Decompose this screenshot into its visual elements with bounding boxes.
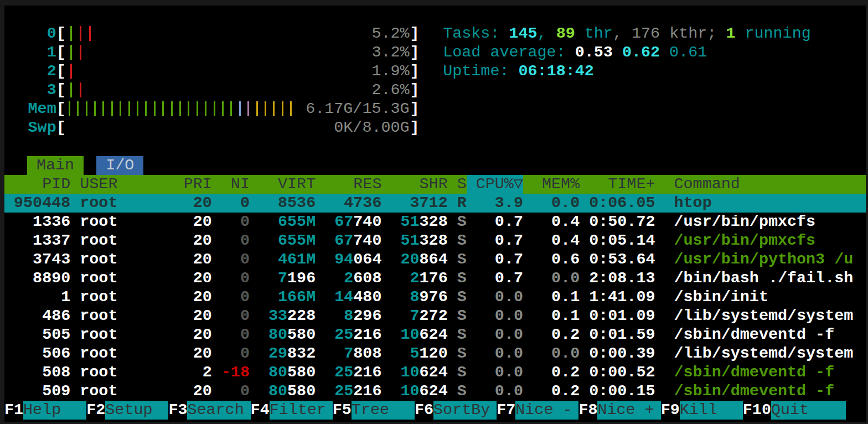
value-part: 0.7 <box>495 250 523 268</box>
meter-tick <box>70 64 72 79</box>
cell-time: 0:53.64 <box>580 250 655 269</box>
process-row-pid-8890[interactable]: 8890root200719626082176S0.70.02:08.13/bi… <box>4 269 866 288</box>
cell-cpu-percent: 0.7 <box>467 250 523 269</box>
value-part: 740 <box>353 231 381 250</box>
memory-meter: Mem[6.17G/15.3G] <box>4 100 420 118</box>
tab-io[interactable]: I/O <box>96 156 143 175</box>
cell-time: 0:00.39 <box>580 344 655 363</box>
fnkey-f6[interactable]: F6SortBy <box>415 401 497 420</box>
cell-cpu-percent: 0.0 <box>467 288 523 307</box>
value-part: 51 <box>400 231 419 250</box>
value-part: 328 <box>420 213 448 231</box>
cell-nice: 0 <box>212 307 250 325</box>
value-part: 0.2 <box>551 363 580 381</box>
cell-virt: 461M <box>250 250 316 269</box>
meter-tick <box>162 101 164 116</box>
cell-nice: 0 <box>212 269 250 288</box>
column-header-mem[interactable]: MEM% <box>523 175 580 194</box>
cell-res: 8296 <box>316 307 381 325</box>
value-part: 51 <box>400 213 419 231</box>
cell-state: S <box>448 250 467 269</box>
meter-tick <box>111 101 113 116</box>
process-row-pid-3743[interactable]: 3743root200461M9406420864S0.70.60:53.64/… <box>4 250 866 269</box>
cell-command: /sbin/init <box>655 288 866 307</box>
fnkey-f1[interactable]: F1Help <box>4 401 86 420</box>
load-average-segment: Load average: <box>443 43 575 61</box>
process-row-pid-1[interactable]: 1root200166M144808976S0.00.11:41.09/sbin… <box>4 288 866 307</box>
uptime: Uptime: 06:18:42 <box>443 62 811 81</box>
value-part: 0.1 <box>551 307 580 325</box>
fnkey-f9[interactable]: F9Kill <box>661 401 743 420</box>
fnkey-action: Search <box>187 401 250 420</box>
meter-tick <box>137 101 138 116</box>
column-header-cpu[interactable]: CPU%▽ <box>467 175 523 194</box>
cell-user: root <box>70 269 174 288</box>
column-header-pri[interactable]: PRI <box>174 175 212 194</box>
column-header-ni[interactable]: NI <box>212 175 250 194</box>
fnkey-f8[interactable]: F8Nice + <box>578 401 660 420</box>
cell-virt: 29832 <box>250 344 316 363</box>
fnkey-label: F7 <box>497 401 515 420</box>
meter-tick <box>154 101 156 116</box>
fnkey-action: Nice + <box>597 401 660 420</box>
tab-main[interactable]: Main <box>27 156 84 175</box>
value-part: 624 <box>420 382 448 400</box>
value-part: 0.0 <box>551 269 580 287</box>
cell-user: root <box>70 344 174 363</box>
column-header-virt[interactable]: VIRT <box>250 175 316 194</box>
column-header-res[interactable]: RES <box>316 175 381 194</box>
fnkey-f2[interactable]: F2Setup <box>86 401 168 420</box>
cell-shr: 3712 <box>381 194 447 213</box>
column-header-time[interactable]: TIME+ <box>580 175 655 194</box>
meter-bracket-close: ] <box>410 118 420 137</box>
cell-virt: 655M <box>250 231 316 250</box>
process-row-pid-950448[interactable]: 950448root200853647363712R3.90.00:06.05h… <box>4 194 866 213</box>
value-part: 25 <box>334 325 353 344</box>
meter-bracket-open: [ <box>56 118 66 137</box>
cpu-meter-2: 2[1.9%] <box>4 62 420 81</box>
meter-tick <box>179 101 181 116</box>
cell-command: /sbin/dmeventd -f <box>655 325 866 344</box>
process-row-pid-505[interactable]: 505root200805802521610624S0.00.20:01.59/… <box>4 325 866 344</box>
cell-shr: 51328 <box>381 213 447 231</box>
meter-tick <box>188 101 189 116</box>
value-part: 10 <box>400 382 419 400</box>
value-part: 120 <box>420 344 448 363</box>
meter-bracket-close: ] <box>410 24 420 43</box>
meter-tick <box>69 101 70 116</box>
cell-time: 0:01.59 <box>580 325 655 344</box>
process-row-pid-508[interactable]: 508root2-18805802521610624S0.00.20:00.52… <box>4 363 866 382</box>
cell-virt: 80580 <box>250 363 316 382</box>
fnkey-label: F2 <box>86 401 105 420</box>
meter-label: 3 <box>4 81 56 100</box>
cell-user: root <box>70 250 174 269</box>
process-row-pid-1336[interactable]: 1336root200655M6774051328S0.70.40:50.72/… <box>4 213 866 231</box>
column-header-pid[interactable]: PID <box>4 175 70 194</box>
status-column: Tasks: 145, 89 thr, 176 kthr; 1 runningL… <box>443 24 811 137</box>
column-header-s[interactable]: S <box>448 175 467 194</box>
cell-mem-percent: 0.6 <box>523 250 580 269</box>
value-part: 0.7 <box>495 269 523 287</box>
meter-bracket-close: ] <box>410 62 420 81</box>
cell-state: S <box>448 288 467 307</box>
cell-time: 0:50.72 <box>580 213 655 231</box>
column-header-user[interactable]: USER <box>70 175 174 194</box>
fnkey-f4[interactable]: F4Filter <box>251 401 333 420</box>
process-row-pid-506[interactable]: 506root2002983278085120S0.00.00:00.39/li… <box>4 344 866 363</box>
fnkey-f10[interactable]: F10Quit <box>743 401 846 420</box>
column-header-command[interactable]: Command <box>655 175 866 194</box>
process-row-pid-509[interactable]: 509root200805802521610624S0.00.20:00.15/… <box>4 382 866 401</box>
cell-user: root <box>70 307 174 325</box>
value-part: 166M <box>278 288 316 306</box>
fnkey-f7[interactable]: F7Nice - <box>497 401 578 420</box>
fnkey-f5[interactable]: F5Tree <box>333 401 415 420</box>
process-row-pid-486[interactable]: 486root2003322882967272S0.00.10:01.09/li… <box>4 307 866 325</box>
value-part: 29 <box>268 344 287 363</box>
tasks-summary-segment: ; <box>707 24 726 43</box>
process-row-pid-1337[interactable]: 1337root200655M6774051328S0.70.40:05.14/… <box>4 231 866 250</box>
cell-command: /lib/systemd/system <box>655 344 866 363</box>
fnkey-label: F9 <box>661 401 680 420</box>
fnkey-f3[interactable]: F3Search <box>168 401 250 420</box>
column-header-shr[interactable]: SHR <box>381 175 447 194</box>
fnkey-action: Tree <box>352 401 415 420</box>
